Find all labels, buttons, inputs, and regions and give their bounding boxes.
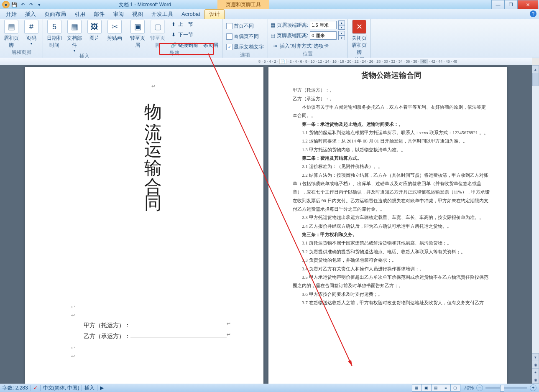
insert-align-tab-button[interactable]: ⇥插入"对齐方式"选项卡 <box>271 41 345 51</box>
tab-references[interactable]: 引用 <box>70 9 89 19</box>
align-tab-icon: ⇥ <box>272 43 278 49</box>
next-section-button[interactable]: ⬇下一节 <box>169 30 220 39</box>
horizontal-ruler[interactable]: 8 · 6 · 4 · 2 · 📄 · 2 · 4 · 6 · 8 · 10 ·… <box>0 58 532 58</box>
spin-down[interactable]: ▾ <box>338 25 345 30</box>
help-icon[interactable]: ? <box>530 10 536 17</box>
undo-icon[interactable]: ↶ <box>19 1 26 8</box>
header-margin-icon: ▤ <box>271 22 275 28</box>
group-options: 首页不同 奇偶页不同 ✓显示文档文字 选项 <box>222 19 268 58</box>
tab-mail[interactable]: 邮件 <box>89 9 109 19</box>
footer-margin-icon: ▤ <box>271 33 275 38</box>
tab-layout[interactable]: 页面布局 <box>40 9 70 19</box>
picture-button[interactable]: 🖼图片 <box>86 20 103 42</box>
highlight-link-previous <box>159 43 214 55</box>
group-insert: 5日期和时间 ▦文档部件▾ 🖼图片 ✂剪贴画 插入 <box>43 19 126 58</box>
qat-dropdown-icon[interactable]: ▾ <box>36 1 43 8</box>
spin-down[interactable]: ▾ <box>338 36 345 40</box>
header-distance-input[interactable] <box>310 21 337 29</box>
datetime-button[interactable]: 5日期和时间 <box>46 20 63 49</box>
footer-distance-input[interactable] <box>310 31 337 40</box>
prev-section-button[interactable]: ⬆上一节 <box>169 20 220 29</box>
tab-insert[interactable]: 插入 <box>21 9 40 19</box>
context-tab: 页眉和页脚工具 <box>217 0 269 9</box>
up-arrow-icon: ⬆ <box>170 21 177 28</box>
maximize-button[interactable]: ❐ <box>504 0 518 9</box>
save-icon[interactable]: 💾 <box>10 1 18 8</box>
down-arrow-icon: ⬇ <box>170 31 177 38</box>
group-position: ▤页眉顶端距离:▴▾ ▤页脚底端距离:▴▾ ⇥插入"对齐方式"选项卡 位置 <box>268 19 348 58</box>
spin-up[interactable]: ▴ <box>338 20 345 25</box>
close-button[interactable]: ✕ <box>517 0 538 9</box>
spin-up[interactable]: ▴ <box>338 31 345 36</box>
group-header-footer: ▤眉和页脚 #页码▾ 眉和页脚 <box>0 19 43 58</box>
window-title: 文档 1 - Microsoft Word <box>119 1 171 8</box>
page-number-button[interactable]: #页码▾ <box>23 20 40 46</box>
minimize-button[interactable]: — <box>491 0 505 9</box>
tab-design[interactable]: 设计 <box>204 9 225 19</box>
odd-even-different-checkbox[interactable]: 奇偶页不同 <box>225 32 265 41</box>
goto-header-button[interactable]: ▣转至页眉 <box>129 20 146 49</box>
group-close: ✕关闭页眉和页脚 关闭 <box>348 19 371 58</box>
title-bar: ● 💾 ↶ ↷ ▾ 文档 1 - Microsoft Word 页眉和页脚工具 … <box>0 0 539 9</box>
close-header-footer-button[interactable]: ✕关闭页眉和页脚 <box>350 20 368 56</box>
header-footer-button[interactable]: ▤眉和页脚 <box>3 20 20 49</box>
office-button-icon[interactable]: ● <box>2 1 10 8</box>
ribbon-tabs: 开始 插入 页面布局 引用 邮件 审阅 视图 开发工具 Acrobat 设计 ? <box>0 9 539 19</box>
ribbon: ▤眉和页脚 #页码▾ 眉和页脚 5日期和时间 ▦文档部件▾ 🖼图片 ✂剪贴画 插… <box>0 19 539 58</box>
tab-acrobat[interactable]: Acrobat <box>177 9 204 19</box>
show-document-text-checkbox[interactable]: ✓显示文档文字 <box>225 42 265 51</box>
tab-view[interactable]: 视图 <box>128 9 147 19</box>
tab-developer[interactable]: 开发工具 <box>147 9 177 19</box>
doc-parts-button[interactable]: ▦文档部件▾ <box>66 20 83 53</box>
tab-review[interactable]: 审阅 <box>109 9 128 19</box>
redo-icon[interactable]: ↷ <box>27 1 35 8</box>
clipart-button[interactable]: ✂剪贴画 <box>106 20 123 42</box>
first-page-different-checkbox[interactable]: 首页不同 <box>225 21 265 31</box>
tab-start[interactable]: 开始 <box>2 9 21 19</box>
